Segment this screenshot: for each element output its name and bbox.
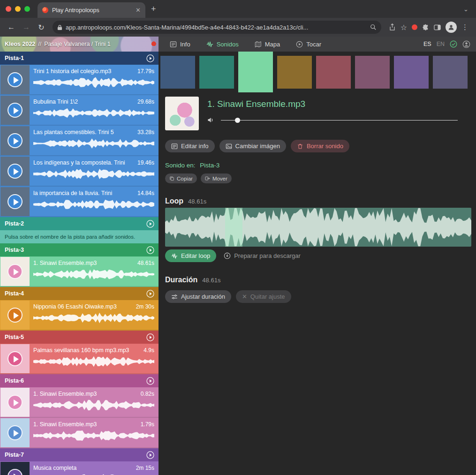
change-image-button[interactable]: Cambiar imágen bbox=[219, 140, 286, 152]
sound-thumbnail[interactable] bbox=[0, 187, 30, 216]
edit-loop-button[interactable]: Editar loop bbox=[165, 249, 216, 262]
track-color-swatch[interactable] bbox=[199, 56, 234, 89]
move-button[interactable]: Mover bbox=[201, 173, 232, 183]
new-tab-button[interactable]: + bbox=[151, 5, 156, 13]
track-header[interactable]: Pista-5 bbox=[0, 331, 159, 344]
track-color-swatch[interactable] bbox=[433, 56, 468, 89]
tab-sonidos[interactable]: Sonidos bbox=[206, 41, 239, 48]
track-play-button[interactable] bbox=[146, 219, 155, 228]
track-color-swatch[interactable] bbox=[277, 56, 312, 89]
sound-item[interactable]: Palmas sevillanas 160 bpm mp3.mp3 4.9s bbox=[0, 344, 159, 374]
sound-thumbnail[interactable] bbox=[0, 418, 30, 447]
sound-thumbnail[interactable] bbox=[0, 126, 30, 155]
breadcrumb[interactable]: Kleos 2022 // Pasaje Valvanera / Trini 1 bbox=[0, 37, 159, 52]
delete-sound-label: Borrar sonido bbox=[307, 143, 343, 150]
sound-thumbnail[interactable] bbox=[0, 96, 30, 125]
sound-item[interactable]: la importancia de la lluvia. Trini 14.84… bbox=[0, 187, 159, 217]
sound-thumbnail[interactable] bbox=[0, 257, 30, 286]
tab-info[interactable]: Info bbox=[170, 41, 190, 48]
sound-title: Los indígenas y la compostela. Trini bbox=[33, 159, 134, 166]
tab-tocar[interactable]: Tocar bbox=[296, 41, 321, 48]
tab-tocar-label: Tocar bbox=[306, 41, 321, 48]
sound-title: Nipponia 06 Esashi Oiwake.mp3 bbox=[33, 303, 132, 310]
track-color-swatch[interactable] bbox=[394, 56, 429, 89]
sound-thumbnail[interactable] bbox=[0, 301, 30, 330]
sound-item[interactable]: 1. Sinawi Ensemble.mp3 1.79s bbox=[0, 418, 159, 448]
forward-button[interactable]: → bbox=[20, 21, 33, 34]
extensions-icon[interactable] bbox=[422, 24, 429, 31]
lang-es[interactable]: ES bbox=[423, 41, 431, 47]
sound-item[interactable]: Trini 1 historia del colegio.mp3 17.79s bbox=[0, 65, 159, 95]
sound-title: Palmas sevillanas 160 bpm mp3.mp3 bbox=[33, 347, 140, 354]
track-color-swatch[interactable] bbox=[160, 56, 195, 89]
track-header[interactable]: Pista-3 bbox=[0, 243, 159, 256]
volume-slider-thumb[interactable] bbox=[235, 118, 240, 123]
track-play-button[interactable] bbox=[146, 246, 155, 255]
adjust-duration-button[interactable]: Ajustar duración bbox=[165, 290, 231, 303]
back-button[interactable]: ← bbox=[5, 21, 18, 34]
delete-sound-button[interactable]: Borrar sonido bbox=[291, 140, 349, 152]
sound-waveform bbox=[33, 268, 154, 280]
track-play-button[interactable] bbox=[146, 54, 155, 63]
tab-mapa[interactable]: Mapa bbox=[255, 41, 280, 48]
play-circle-icon bbox=[296, 41, 303, 48]
track-play-button[interactable] bbox=[146, 451, 155, 460]
close-window-button[interactable] bbox=[6, 6, 11, 12]
sound-item[interactable]: Las plantas comestibles. Trini 5 33.28s bbox=[0, 126, 159, 156]
sound-item[interactable]: Bubulina Trini 1\2 29.68s bbox=[0, 95, 159, 126]
zoom-icon[interactable] bbox=[370, 24, 377, 30]
zoom-window-button[interactable] bbox=[24, 6, 30, 12]
copy-button[interactable]: Copiar bbox=[165, 173, 197, 183]
volume-slider-track[interactable] bbox=[221, 120, 458, 121]
edit-info-button[interactable]: Editar info bbox=[165, 140, 215, 152]
sound-item[interactable]: 1. Sinawi Ensemble.mp3 48.61s bbox=[0, 256, 159, 287]
profile-avatar[interactable] bbox=[446, 22, 457, 33]
track-play-button[interactable] bbox=[146, 289, 155, 298]
thumbnail-play-icon bbox=[8, 351, 23, 366]
sound-image bbox=[165, 97, 199, 130]
reload-button[interactable]: ↻ bbox=[35, 21, 48, 34]
sound-title: 1. Sinawi Ensemble.mp3 bbox=[33, 260, 134, 266]
address-bar[interactable]: app.antropoloops.com/Kleos-Santa-Marina/… bbox=[53, 21, 381, 34]
bookmark-star-icon[interactable]: ☆ bbox=[400, 23, 407, 32]
sound-waveform bbox=[33, 168, 154, 180]
tab-search-chevron-icon[interactable]: ⌄ bbox=[463, 6, 468, 13]
track-color-swatch[interactable] bbox=[316, 56, 351, 89]
track-play-button[interactable] bbox=[146, 333, 155, 342]
track-header[interactable]: Pista-6 bbox=[0, 374, 159, 387]
account-icon[interactable] bbox=[462, 40, 470, 48]
sound-item[interactable]: Nipponia 06 Esashi Oiwake.mp3 2m 30s bbox=[0, 300, 159, 331]
loop-waveform[interactable] bbox=[165, 208, 471, 247]
share-icon[interactable] bbox=[389, 23, 396, 31]
volume-slider[interactable] bbox=[221, 117, 458, 123]
sound-item[interactable]: Musica completa 2m 15s bbox=[0, 461, 159, 475]
sound-thumbnail[interactable] bbox=[0, 157, 30, 186]
track-color-swatch[interactable] bbox=[355, 56, 390, 89]
speaker-icon[interactable] bbox=[207, 116, 215, 124]
browser-menu-icon[interactable]: ⋮ bbox=[461, 23, 468, 31]
sound-thumbnail[interactable] bbox=[0, 344, 30, 373]
browser-tab[interactable]: Play Antropoloops ✕ bbox=[38, 2, 145, 18]
clear-adjust-button[interactable]: ✕ Quitar ajuste bbox=[236, 290, 291, 303]
track-header[interactable]: Pista-7 bbox=[0, 448, 159, 461]
track-header[interactable]: Pista-1 bbox=[0, 52, 159, 65]
loop-selection[interactable] bbox=[225, 208, 242, 247]
lang-en[interactable]: EN bbox=[437, 41, 445, 47]
side-panel-icon[interactable] bbox=[434, 24, 441, 31]
track-play-button[interactable] bbox=[146, 377, 155, 385]
prepare-download-button[interactable]: Preparar para descargar bbox=[224, 252, 301, 259]
minimize-window-button[interactable] bbox=[15, 6, 21, 12]
sound-thumbnail[interactable] bbox=[0, 462, 30, 475]
thumbnail-play-icon bbox=[8, 72, 23, 87]
track-color-swatch[interactable] bbox=[238, 52, 273, 92]
browser-navbar: ← → ↻ app.antropoloops.com/Kleos-Santa-M… bbox=[0, 18, 476, 37]
sound-thumbnail[interactable] bbox=[0, 388, 30, 417]
track-header[interactable]: Pista-4 bbox=[0, 287, 159, 300]
sound-item[interactable]: 1. Sinawi Ensemble.mp3 0.82s bbox=[0, 387, 159, 418]
sound-item[interactable]: Los indígenas y la compostela. Trini 19.… bbox=[0, 156, 159, 187]
thumbnail-play-icon bbox=[8, 133, 23, 148]
sound-location-track-link[interactable]: Pista-3 bbox=[200, 162, 219, 169]
sound-thumbnail[interactable] bbox=[0, 65, 30, 94]
tab-close-icon[interactable]: ✕ bbox=[136, 7, 141, 13]
track-header[interactable]: Pista-2 bbox=[0, 217, 159, 230]
